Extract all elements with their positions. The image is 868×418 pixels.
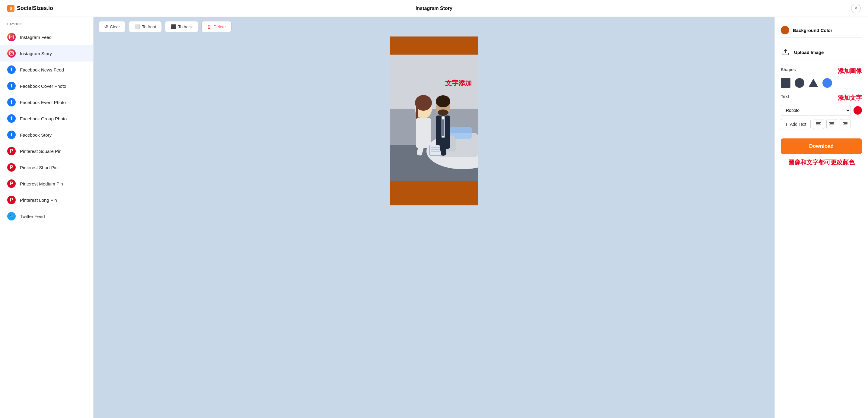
facebook-icon: f (7, 114, 16, 123)
svg-rect-42 (844, 126, 847, 126)
add-text-annotation: 添加文字 (838, 94, 862, 102)
sidebar-item-pinterest-medium-pin[interactable]: PPinterest Medium Pin (0, 175, 93, 192)
facebook-icon: f (7, 65, 16, 74)
svg-point-20 (438, 109, 448, 116)
right-panel: Background Color Upload Image Shapes (774, 17, 868, 418)
sidebar-item-twitter-feed[interactable]: 🐦Twitter Feed (0, 208, 93, 224)
to-back-label: To back (178, 25, 192, 29)
sidebar-item-facebook-event-photo[interactable]: fFacebook Event Photo (0, 94, 93, 110)
pinterest-icon: P (7, 147, 16, 155)
add-text-label: Add Text (790, 122, 806, 127)
sidebar-item-facebook-story[interactable]: fFacebook Story (0, 127, 93, 143)
pinterest-icon: P (7, 196, 16, 204)
svg-rect-34 (816, 126, 819, 126)
pinterest-icon: P (7, 163, 16, 171)
toolbar: ↺ Clear ⬜ To front ⬛ To back 🗑 Delete (98, 17, 231, 36)
bg-color-row: Background Color (781, 23, 862, 38)
sidebar-item-pinterest-short-pin[interactable]: PPinterest Short Pin (0, 159, 93, 175)
sidebar-item-facebook-cover-photo[interactable]: fFacebook Cover Photo (0, 78, 93, 94)
svg-rect-33 (816, 125, 821, 125)
facebook-icon: f (7, 131, 16, 139)
sidebar-item-instagram-feed[interactable]: Instagram Feed (0, 29, 93, 45)
shape-square[interactable] (781, 78, 790, 88)
svg-rect-37 (829, 125, 834, 125)
instagram-icon (7, 49, 16, 58)
delete-button[interactable]: 🗑 Delete (201, 21, 231, 32)
text-font-row: RobotoArialGeorgiaTimes New RomanVerdana (781, 105, 862, 116)
sidebar-item-label-facebook-story: Facebook Story (20, 132, 52, 137)
bg-color-swatch[interactable] (781, 26, 789, 34)
sidebar-item-label-facebook-cover-photo: Facebook Cover Photo (20, 84, 66, 89)
text-title: Text (781, 94, 789, 99)
sidebar-item-label-facebook-group-photo: Facebook Group Photo (20, 116, 67, 121)
sidebar-item-label-instagram-feed: Instagram Feed (20, 35, 52, 40)
sidebar-item-label-facebook-event-photo: Facebook Event Photo (20, 100, 66, 105)
align-center-button[interactable] (826, 119, 837, 129)
svg-point-1 (10, 36, 12, 38)
align-left-button[interactable] (813, 119, 824, 129)
sidebar-item-facebook-group-photo[interactable]: fFacebook Group Photo (0, 110, 93, 127)
upload-icon (781, 47, 790, 57)
facebook-icon: f (7, 98, 16, 106)
sidebar-item-label-instagram-story: Instagram Story (20, 51, 52, 56)
svg-rect-39 (843, 122, 847, 123)
to-back-icon: ⬛ (170, 24, 176, 30)
delete-icon: 🗑 (207, 24, 212, 29)
story-text-overlay[interactable]: 文字添加 (445, 79, 472, 88)
close-button[interactable]: × (851, 4, 861, 13)
to-front-icon: ⬜ (134, 24, 140, 30)
shapes-title: Shapes (781, 67, 796, 72)
shape-triangle[interactable] (809, 79, 818, 87)
svg-rect-32 (816, 123, 820, 124)
svg-rect-35 (829, 122, 834, 123)
text-section: Text 添加文字 RobotoArialGeorgiaTimes New Ro… (781, 94, 862, 129)
sidebar-item-instagram-story[interactable]: Instagram Story (0, 45, 93, 62)
upload-image-row[interactable]: Upload Image (781, 44, 862, 61)
add-text-button[interactable]: T Add Text (781, 119, 811, 129)
to-back-button[interactable]: ⬛ To back (165, 21, 198, 32)
align-right-button[interactable] (840, 119, 850, 129)
to-front-button[interactable]: ⬜ To front (129, 21, 162, 32)
sidebar-item-facebook-news-feed[interactable]: fFacebook News Feed (0, 62, 93, 78)
bottom-annotation: 圖像和文字都可更改顏色 (781, 158, 862, 166)
shape-circle-blue[interactable] (823, 78, 832, 88)
font-select[interactable]: RobotoArialGeorgiaTimes New RomanVerdana (781, 105, 850, 116)
svg-rect-40 (844, 123, 847, 124)
svg-rect-36 (830, 123, 834, 124)
facebook-icon: f (7, 82, 16, 90)
sidebar-item-pinterest-long-pin[interactable]: PPinterest Long Pin (0, 192, 93, 208)
story-canvas[interactable]: 文字添加 (390, 36, 478, 205)
story-photo (390, 55, 478, 181)
upload-section: Upload Image (781, 44, 862, 61)
clear-button[interactable]: ↺ Clear (98, 21, 126, 32)
sidebar-item-label-pinterest-short-pin: Pinterest Short Pin (20, 165, 58, 170)
bg-color-section: Background Color (781, 23, 862, 38)
sidebar-item-label-pinterest-long-pin: Pinterest Long Pin (20, 197, 57, 203)
shapes-section: Shapes 添加圖像 (781, 67, 862, 88)
sidebar-item-pinterest-square-pin[interactable]: PPinterest Square Pin (0, 143, 93, 159)
sidebar-item-label-facebook-news-feed: Facebook News Feed (20, 67, 64, 72)
svg-rect-0 (9, 35, 13, 39)
sidebar-item-label-pinterest-square-pin: Pinterest Square Pin (20, 149, 62, 154)
sidebar-item-label-pinterest-medium-pin: Pinterest Medium Pin (20, 181, 63, 186)
sidebar-layout-label: LAYOUT (0, 17, 93, 29)
svg-point-2 (12, 36, 13, 36)
svg-rect-3 (9, 51, 13, 55)
app-title: SocialSizes.io (17, 5, 53, 11)
sidebar-item-label-twitter-feed: Twitter Feed (20, 214, 45, 219)
sidebar: LAYOUT Instagram FeedInstagram StoryfFac… (0, 17, 94, 418)
refresh-icon: ↺ (104, 24, 108, 30)
pinterest-icon: P (7, 180, 16, 188)
download-button[interactable]: Download (781, 138, 862, 154)
page-title: Instagram Story (415, 6, 453, 11)
logo-area: S SocialSizes.io (7, 5, 53, 12)
twitter-icon: 🐦 (7, 212, 16, 221)
story-bottom-bar (390, 181, 478, 205)
svg-point-19 (436, 95, 450, 107)
text-color-swatch[interactable] (854, 106, 862, 115)
add-text-row: T Add Text (781, 119, 862, 129)
delete-label: Delete (213, 25, 225, 29)
svg-point-4 (10, 53, 12, 54)
shape-circle[interactable] (795, 78, 804, 88)
shapes-row (781, 78, 862, 88)
